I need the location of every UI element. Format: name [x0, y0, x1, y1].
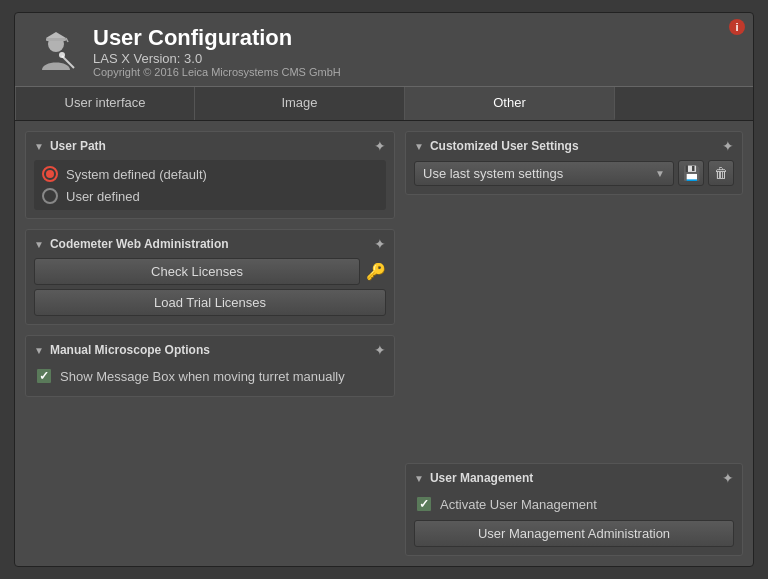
key-icon: 🔑 [366, 262, 386, 281]
customized-user-pin-icon[interactable]: ✦ [722, 138, 734, 154]
copyright-label: Copyright © 2016 Leica Microsystems CMS … [93, 66, 341, 78]
customized-user-collapse-icon[interactable]: ▼ [414, 141, 424, 152]
codemeter-pin-icon[interactable]: ✦ [374, 236, 386, 252]
user-management-admin-button[interactable]: User Management Administration [414, 520, 734, 547]
manual-microscope-section: ▼ Manual Microscope Options ✦ Show Messa… [25, 335, 395, 397]
load-trial-button[interactable]: Load Trial Licenses [34, 289, 386, 316]
manual-microscope-collapse-icon[interactable]: ▼ [34, 345, 44, 356]
manual-microscope-title-row: ▼ Manual Microscope Options [34, 343, 210, 357]
version-label: LAS X Version: 3.0 [93, 51, 341, 66]
svg-point-5 [59, 52, 65, 58]
tab-user-interface[interactable]: User interface [15, 87, 195, 120]
show-message-checkbox-item[interactable]: Show Message Box when moving turret manu… [34, 364, 386, 388]
user-management-title: User Management [430, 471, 533, 485]
user-path-title: User Path [50, 139, 106, 153]
codemeter-title-row: ▼ Codemeter Web Administration [34, 237, 229, 251]
tab-image[interactable]: Image [195, 87, 405, 120]
trash-icon: 🗑 [714, 165, 728, 181]
header: User Configuration LAS X Version: 3.0 Co… [15, 13, 753, 87]
manual-microscope-pin-icon[interactable]: ✦ [374, 342, 386, 358]
header-text: User Configuration LAS X Version: 3.0 Co… [93, 25, 341, 78]
codemeter-collapse-icon[interactable]: ▼ [34, 239, 44, 250]
customized-user-section: ▼ Customized User Settings ✦ Use last sy… [405, 131, 743, 195]
show-message-label: Show Message Box when moving turret manu… [60, 369, 345, 384]
user-path-pin-icon[interactable]: ✦ [374, 138, 386, 154]
left-column: ▼ User Path ✦ System defined (default) U… [25, 131, 395, 556]
save-settings-button[interactable]: 💾 [678, 160, 704, 186]
manual-microscope-title: Manual Microscope Options [50, 343, 210, 357]
user-management-pin-icon[interactable]: ✦ [722, 470, 734, 486]
main-window: i User Configuration LAS X Version: 3.0 … [14, 12, 754, 567]
user-path-radio-group: System defined (default) User defined [34, 160, 386, 210]
radio-system-defined[interactable]: System defined (default) [42, 166, 378, 182]
show-message-checkbox[interactable] [36, 368, 52, 384]
save-icon: 💾 [683, 165, 700, 181]
manual-microscope-header: ▼ Manual Microscope Options ✦ [34, 342, 386, 358]
codemeter-header: ▼ Codemeter Web Administration ✦ [34, 236, 386, 252]
content-area: ▼ User Path ✦ System defined (default) U… [15, 121, 753, 566]
radio-user-defined-label: User defined [66, 189, 140, 204]
spacer [405, 205, 743, 453]
user-management-header: ▼ User Management ✦ [414, 470, 734, 486]
user-path-section: ▼ User Path ✦ System defined (default) U… [25, 131, 395, 219]
user-settings-dropdown[interactable]: Use last system settings ▼ [414, 161, 674, 186]
user-management-section: ▼ User Management ✦ Activate User Manage… [405, 463, 743, 556]
app-title: User Configuration [93, 25, 341, 51]
user-management-collapse-icon[interactable]: ▼ [414, 473, 424, 484]
user-path-header: ▼ User Path ✦ [34, 138, 386, 154]
radio-user-defined[interactable]: User defined [42, 188, 378, 204]
user-management-title-row: ▼ User Management [414, 471, 533, 485]
tab-other[interactable]: Other [405, 87, 615, 120]
app-icon [31, 27, 81, 77]
customized-user-header: ▼ Customized User Settings ✦ [414, 138, 734, 154]
activate-user-mgmt-checkbox[interactable] [416, 496, 432, 512]
radio-system-defined-label: System defined (default) [66, 167, 207, 182]
activate-user-mgmt-label: Activate User Management [440, 497, 597, 512]
svg-line-3 [66, 38, 68, 42]
info-icon[interactable]: i [729, 19, 745, 35]
dropdown-arrow-icon: ▼ [655, 168, 665, 179]
customized-user-title: Customized User Settings [430, 139, 579, 153]
radio-system-defined-circle [42, 166, 58, 182]
codemeter-section: ▼ Codemeter Web Administration ✦ Check L… [25, 229, 395, 325]
user-path-collapse-icon[interactable]: ▼ [34, 141, 44, 152]
delete-settings-button[interactable]: 🗑 [708, 160, 734, 186]
tab-bar: User interface Image Other [15, 87, 753, 121]
user-path-title-row: ▼ User Path [34, 139, 106, 153]
activate-user-mgmt-item[interactable]: Activate User Management [414, 492, 734, 516]
codemeter-title: Codemeter Web Administration [50, 237, 229, 251]
customized-user-title-row: ▼ Customized User Settings [414, 139, 579, 153]
user-settings-dropdown-value: Use last system settings [423, 166, 563, 181]
svg-rect-1 [46, 38, 66, 41]
check-licenses-row: Check Licenses 🔑 [34, 258, 386, 285]
customized-user-dropdown-row: Use last system settings ▼ 💾 🗑 [414, 160, 734, 186]
check-licenses-button[interactable]: Check Licenses [34, 258, 360, 285]
svg-marker-2 [46, 32, 66, 38]
radio-user-defined-circle [42, 188, 58, 204]
right-column: ▼ Customized User Settings ✦ Use last sy… [405, 131, 743, 556]
